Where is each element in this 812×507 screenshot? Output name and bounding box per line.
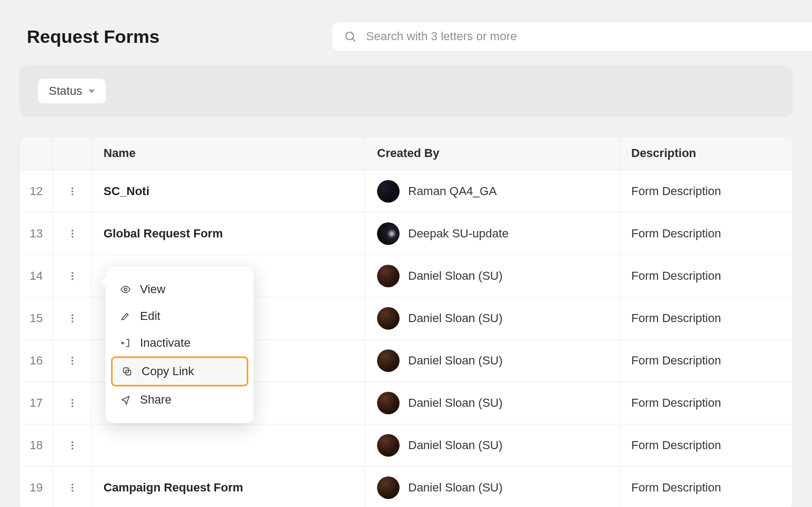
- row-created-by: Daniel Sloan (SU): [365, 340, 619, 382]
- row-index: 14: [20, 255, 53, 297]
- row-actions-cell: [53, 297, 92, 339]
- filter-bar: Status: [19, 65, 793, 117]
- svg-line-1: [352, 39, 355, 42]
- table-header: Name Created By Description: [20, 137, 792, 170]
- menu-item-edit[interactable]: Edit: [111, 303, 248, 330]
- svg-point-10: [71, 278, 73, 280]
- avatar: [377, 222, 400, 245]
- kebab-menu-button[interactable]: [62, 265, 83, 287]
- table-row[interactable]: 19Campaign Request FormDaniel Sloan (SU)…: [20, 467, 792, 507]
- menu-item-share[interactable]: Share: [111, 386, 248, 413]
- table-row[interactable]: 13Global Request FormDeepak SU-updateFor…: [20, 213, 792, 255]
- search-input[interactable]: [366, 29, 813, 43]
- copy-icon: [121, 366, 133, 377]
- col-index: [20, 137, 53, 170]
- kebab-menu-button[interactable]: [62, 181, 83, 202]
- menu-item-copy-link[interactable]: Copy Link: [111, 356, 248, 386]
- page-header: Request Forms: [0, 0, 812, 51]
- menu-item-label: Inactivate: [140, 336, 190, 350]
- row-index: 16: [20, 340, 53, 382]
- kebab-menu-button[interactable]: [62, 350, 83, 371]
- logout-icon: [120, 337, 131, 349]
- svg-point-26: [124, 288, 127, 291]
- row-context-menu: ViewEditInactivateCopy LinkShare: [105, 266, 254, 423]
- row-name[interactable]: Global Request Form: [92, 213, 365, 255]
- created-by-text: Deepak SU-update: [408, 227, 508, 241]
- svg-point-13: [71, 320, 73, 322]
- avatar: [377, 307, 400, 330]
- row-index: 13: [20, 213, 53, 255]
- created-by-text: Daniel Sloan (SU): [408, 354, 503, 368]
- svg-point-19: [71, 405, 73, 407]
- page-title: Request Forms: [27, 26, 160, 47]
- row-actions-cell: [53, 170, 92, 212]
- svg-point-21: [71, 444, 73, 446]
- col-description[interactable]: Description: [619, 137, 792, 170]
- menu-item-inactivate[interactable]: Inactivate: [111, 330, 248, 356]
- svg-point-24: [71, 487, 73, 488]
- chevron-down-icon: [88, 90, 95, 93]
- svg-point-14: [71, 357, 73, 359]
- svg-point-9: [71, 275, 73, 277]
- row-actions-cell: [53, 467, 92, 507]
- created-by-text: Daniel Sloan (SU): [408, 311, 503, 325]
- row-description: Form Description: [619, 297, 792, 339]
- avatar: [377, 349, 400, 372]
- row-description: Form Description: [619, 340, 792, 382]
- svg-point-0: [346, 32, 353, 40]
- svg-point-22: [71, 448, 73, 449]
- svg-point-25: [71, 490, 73, 491]
- svg-point-5: [71, 230, 73, 232]
- row-name[interactable]: SC_Noti: [92, 170, 365, 212]
- row-description: Form Description: [619, 467, 792, 507]
- row-index: 12: [20, 170, 53, 212]
- created-by-text: Daniel Sloan (SU): [408, 269, 503, 283]
- status-filter[interactable]: Status: [38, 78, 106, 104]
- col-name[interactable]: Name: [92, 137, 365, 170]
- kebab-menu-button[interactable]: [62, 392, 83, 414]
- svg-point-17: [71, 399, 73, 401]
- menu-item-label: Copy Link: [142, 364, 194, 378]
- search-box[interactable]: [331, 21, 813, 51]
- row-index: 18: [20, 424, 53, 466]
- svg-point-16: [71, 363, 73, 364]
- row-created-by: Daniel Sloan (SU): [365, 255, 619, 297]
- row-description: Form Description: [619, 424, 792, 466]
- kebab-menu-button[interactable]: [62, 308, 83, 329]
- row-description: Form Description: [619, 255, 792, 297]
- row-name[interactable]: [92, 424, 365, 466]
- row-created-by: Deepak SU-update: [365, 213, 619, 255]
- created-by-text: Daniel Sloan (SU): [408, 438, 503, 452]
- svg-point-2: [71, 188, 73, 189]
- table-row[interactable]: 12SC_NotiRaman QA4_GAForm Description: [20, 170, 792, 213]
- svg-point-12: [71, 317, 73, 319]
- row-description: Form Description: [619, 213, 792, 255]
- row-created-by: Daniel Sloan (SU): [365, 297, 619, 339]
- col-created-by[interactable]: Created By: [365, 137, 619, 170]
- row-index: 17: [20, 382, 53, 424]
- avatar: [377, 476, 400, 499]
- row-actions-cell: [53, 424, 92, 466]
- kebab-menu-button[interactable]: [62, 477, 83, 498]
- created-by-text: Raman QA4_GA: [408, 184, 497, 198]
- row-actions-cell: [53, 340, 92, 382]
- svg-point-18: [71, 402, 73, 404]
- avatar: [377, 434, 400, 457]
- search-icon: [344, 30, 357, 43]
- kebab-menu-button[interactable]: [62, 223, 83, 244]
- svg-point-6: [71, 233, 73, 234]
- avatar: [377, 392, 400, 414]
- avatar: [377, 180, 400, 203]
- table-row[interactable]: 18Daniel Sloan (SU)Form Description: [20, 424, 792, 467]
- menu-item-label: Share: [140, 393, 172, 407]
- kebab-menu-button[interactable]: [62, 435, 83, 456]
- menu-item-view[interactable]: View: [111, 276, 248, 303]
- eye-icon: [120, 284, 131, 295]
- row-name[interactable]: Campaign Request Form: [92, 467, 365, 507]
- row-index: 15: [20, 297, 53, 339]
- menu-item-label: View: [140, 282, 165, 296]
- row-description: Form Description: [619, 382, 792, 424]
- status-filter-label: Status: [49, 84, 82, 98]
- row-actions-cell: [53, 213, 92, 255]
- row-created-by: Daniel Sloan (SU): [365, 382, 619, 424]
